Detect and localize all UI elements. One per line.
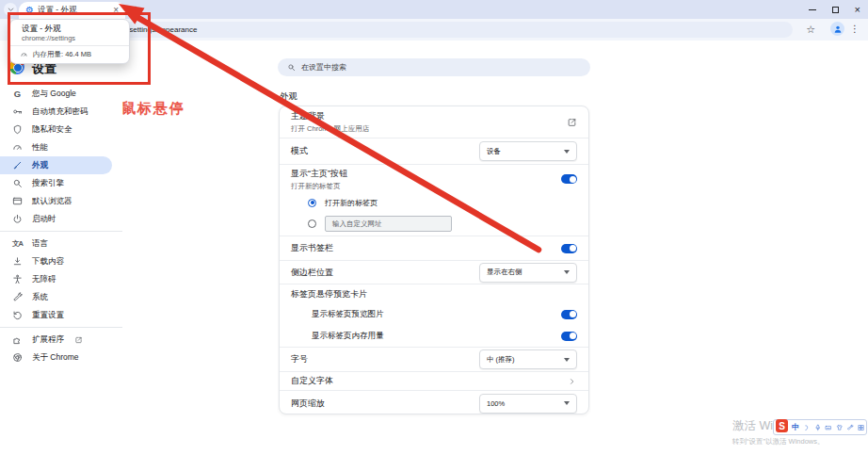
translate-icon: 文A	[12, 239, 23, 249]
hover-memory-toggle[interactable]	[561, 332, 577, 341]
bookmarks-bar-toggle[interactable]	[561, 244, 577, 253]
hover-memory-row: 显示标签页内存用量	[280, 325, 588, 348]
sidebar-item-performance[interactable]: 性能	[0, 138, 122, 156]
shield-icon	[12, 124, 23, 135]
custom-url-radio[interactable]	[308, 219, 316, 228]
home-button-subtitle: 打开新的标签页	[291, 182, 561, 191]
profile-avatar[interactable]	[830, 22, 844, 36]
sidebar-item-appearance[interactable]: 外观	[0, 156, 112, 174]
sogou-logo-icon[interactable]: S	[776, 419, 788, 432]
sidebar-item-languages[interactable]: 文A 语言	[0, 235, 122, 252]
page-zoom-select-value: 100%	[487, 399, 505, 408]
mode-row: 模式 设备	[280, 138, 588, 165]
side-panel-label: 侧边栏位置	[291, 267, 479, 279]
bookmarks-bar-label: 显示书签栏	[291, 242, 561, 254]
power-icon	[12, 214, 23, 224]
sidebar-item-default-browser[interactable]: 默认浏览器	[0, 192, 122, 210]
bookmark-star-icon[interactable]: ☆	[806, 23, 815, 36]
sidebar-item-accessibility[interactable]: 无障碍	[0, 270, 122, 288]
hover-preview-toggle[interactable]	[561, 310, 577, 319]
ime-chinese-mode[interactable]: 中	[792, 422, 799, 432]
wrench-icon	[12, 292, 23, 302]
theme-row[interactable]: 主题背景 打开 Chrome 网上应用店	[280, 106, 588, 138]
search-icon	[12, 178, 23, 188]
page-zoom-label: 网页缩放	[291, 398, 479, 410]
accessibility-icon	[12, 274, 23, 284]
search-icon	[286, 63, 297, 72]
sidebar-divider	[0, 327, 122, 328]
home-ntp-radio-row: 打开新的标签页	[280, 193, 588, 212]
annotation-hover-label: 鼠标悬停	[121, 100, 185, 118]
ime-skin-icon[interactable]	[836, 424, 843, 431]
side-panel-row: 侧边栏位置 显示在右侧	[280, 261, 588, 284]
sidebar-item-reset[interactable]: 重置设置	[0, 306, 122, 324]
key-icon	[12, 106, 23, 117]
home-button-title: 显示“主页”按钮	[291, 168, 561, 180]
hover-preview-label: 显示标签页预览图片	[312, 309, 561, 320]
caret-down-icon	[564, 358, 570, 362]
custom-homepage-input[interactable]: 输入自定义网址	[325, 216, 452, 232]
download-icon	[12, 256, 23, 267]
side-panel-select[interactable]: 显示在右侧	[479, 263, 577, 283]
font-size-select[interactable]: 中 (推荐)	[479, 349, 577, 369]
brush-icon	[12, 160, 23, 171]
ntp-radio-label: 打开新的标签页	[325, 198, 378, 208]
home-button-toggle[interactable]	[561, 174, 577, 184]
caret-down-icon	[564, 401, 570, 405]
sidebar-item-on-startup[interactable]: 启动时	[0, 210, 122, 228]
settings-search[interactable]: 在设置中搜索	[278, 58, 590, 76]
ime-toolbar: S 中	[773, 419, 867, 435]
sidebar-item-extensions[interactable]: 扩展程序	[0, 331, 122, 349]
ime-wrench-icon[interactable]	[846, 424, 853, 431]
font-size-select-value: 中 (推荐)	[487, 355, 515, 365]
theme-title: 主题背景	[291, 110, 567, 122]
side-panel-select-value: 显示在右侧	[487, 268, 522, 277]
open-in-new-icon[interactable]	[567, 118, 577, 127]
home-custom-radio-row: 输入自定义网址	[280, 212, 588, 236]
hover-cards-label: 标签页悬停预览卡片	[291, 288, 367, 300]
maximize-button[interactable]	[832, 7, 839, 13]
sidebar-item-system[interactable]: 系统	[0, 288, 122, 306]
sidebar-item-you-and-google[interactable]: G 您与 Google	[0, 85, 122, 103]
watermark-line2: 转到“设置”以激活 Windows。	[732, 437, 825, 447]
sidebar-item-about-chrome[interactable]: 关于 Chrome	[0, 349, 122, 366]
ime-keyboard-icon[interactable]	[825, 424, 831, 431]
theme-subtitle: 打开 Chrome 网上应用店	[291, 124, 567, 134]
section-title-appearance: 外观	[280, 90, 297, 103]
sidebar-item-privacy[interactable]: 隐私和安全	[0, 121, 122, 138]
person-icon	[833, 24, 843, 34]
sidebar-item-search-engine[interactable]: 搜索引擎	[0, 174, 122, 192]
sidebar-divider	[0, 231, 122, 232]
sidebar-item-autofill[interactable]: 自动填充和密码	[0, 103, 122, 121]
mode-select-value: 设备	[487, 147, 501, 156]
window-close-button[interactable]: ×	[855, 5, 860, 15]
speedometer-icon	[12, 142, 23, 153]
page-zoom-row: 网页缩放 100%	[280, 391, 588, 414]
reset-icon	[12, 310, 23, 320]
custom-fonts-label: 自定义字体	[291, 375, 567, 387]
page-zoom-select[interactable]: 100%	[479, 394, 577, 414]
sidebar-item-downloads[interactable]: 下载内容	[0, 252, 122, 270]
mode-select[interactable]: 设备	[479, 141, 577, 161]
chrome-outline-icon	[12, 352, 23, 363]
ime-microphone-icon[interactable]	[814, 424, 821, 431]
home-button-row: 显示“主页”按钮 打开新的标签页	[280, 165, 588, 193]
more-menu-button[interactable]: ⋮	[850, 22, 860, 37]
ntp-radio[interactable]	[308, 199, 316, 207]
appearance-card: 主题背景 打开 Chrome 网上应用店 模式 设备 显示“主页”按钮 打开新的…	[279, 106, 589, 414]
caret-down-icon	[564, 270, 570, 274]
minimize-button[interactable]	[809, 9, 816, 10]
chrome-window: ⚙ 设置 - 外观 × + × ← chrome://settings/appe…	[0, 0, 868, 471]
caret-down-icon	[564, 150, 570, 154]
open-in-new-icon	[73, 336, 84, 344]
chevron-right-icon	[567, 378, 577, 385]
browser-window-icon	[12, 196, 23, 206]
bookmarks-bar-row: 显示书签栏	[280, 236, 588, 261]
ime-punctuation-icon[interactable]	[803, 424, 810, 431]
ime-toolbox-grid-icon[interactable]	[858, 424, 864, 431]
settings-sidebar: G 您与 Google 自动填充和密码 隐私和安全 性能 外观 搜索引擎 默认浏…	[0, 85, 122, 366]
hover-cards-header-row: 标签页悬停预览卡片	[280, 284, 588, 303]
font-size-label: 字号	[291, 353, 479, 365]
custom-fonts-row[interactable]: 自定义字体	[280, 372, 588, 391]
google-g-icon: G	[12, 89, 23, 99]
